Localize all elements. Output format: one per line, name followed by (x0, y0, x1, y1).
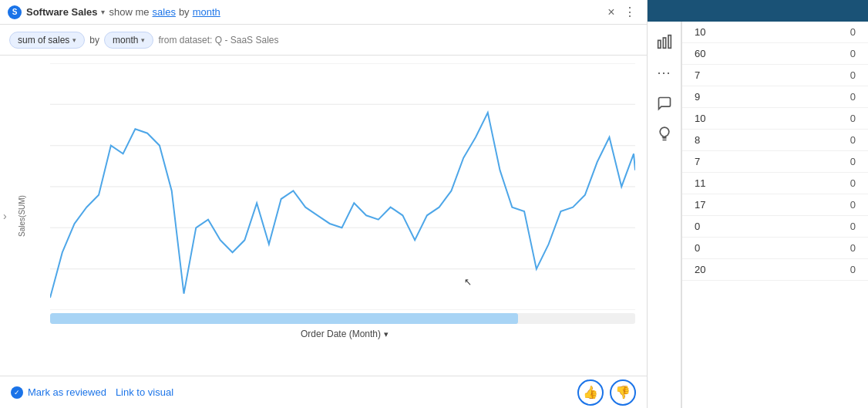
month-pill-arrow: ▾ (141, 36, 145, 44)
show-me-text: show me (109, 6, 150, 18)
x-axis-label: Order Date (Month) (301, 329, 381, 339)
table-row[interactable]: 100 (682, 22, 868, 43)
row-label: 11 (682, 173, 783, 194)
dataset-text: from dataset: Q - SaaS Sales (158, 35, 278, 46)
row-label: 10 (682, 22, 783, 43)
chart-scrollbar[interactable] (50, 313, 635, 324)
table-row[interactable]: 00 (682, 238, 868, 259)
sidebar-icon-column: ··· (648, 22, 681, 408)
chart-area: Sales(SUM) › $120K $100K $80K $60K $40K … (0, 56, 647, 376)
row-value: 0 (783, 216, 868, 238)
row-label: 20 (682, 259, 783, 281)
row-label: 17 (682, 194, 783, 216)
svg-rect-15 (658, 40, 660, 48)
x-axis-label-container[interactable]: Order Date (Month) ▾ (8, 324, 639, 342)
row-label: 7 (682, 65, 783, 86)
y-axis-label: Sales(SUM) (18, 195, 26, 237)
table-row[interactable]: 100 (682, 108, 868, 130)
app-icon: S (8, 5, 22, 19)
table-row[interactable]: 90 (682, 86, 868, 108)
lightbulb-icon[interactable] (652, 122, 677, 147)
table-row[interactable]: 110 (682, 173, 868, 194)
query-by-text: by (89, 35, 99, 46)
more-button[interactable]: ⋮ (621, 3, 639, 22)
bar-chart-icon[interactable] (652, 29, 677, 54)
line-chart-svg: $120K $100K $80K $60K $40K $20K $0 ↖ (50, 63, 635, 310)
chart-container: $120K $100K $80K $60K $40K $20K $0 ↖ Jan… (50, 63, 635, 310)
sum-of-sales-pill[interactable]: sum of sales ▾ (9, 32, 85, 49)
row-label: 0 (682, 238, 783, 259)
row-value: 0 (783, 43, 868, 65)
table-row[interactable]: 70 (682, 151, 868, 173)
row-value: 0 (783, 194, 868, 216)
row-value: 0 (783, 86, 868, 108)
expand-button[interactable]: › (0, 207, 10, 225)
sidebar-data-table: 100600709010080701101700000200 (682, 22, 868, 281)
row-value: 0 (783, 173, 868, 194)
row-label: 0 (682, 216, 783, 238)
row-value: 0 (783, 65, 868, 86)
svg-rect-16 (663, 38, 665, 48)
svg-rect-17 (668, 35, 671, 49)
sidebar-data-table-container: 100600709010080701101700000200 (681, 22, 868, 408)
row-value: 0 (783, 259, 868, 281)
row-label: 7 (682, 151, 783, 173)
thumbs-down-button[interactable]: 👎 (610, 379, 636, 406)
more-icon[interactable]: ··· (652, 60, 677, 85)
by-text: by (179, 6, 190, 18)
table-row[interactable]: 80 (682, 130, 868, 151)
month-link[interactable]: month (193, 6, 220, 18)
table-row[interactable]: 200 (682, 259, 868, 281)
month-pill[interactable]: month ▾ (104, 32, 153, 49)
thumbs-up-button[interactable]: 👍 (577, 379, 604, 406)
sidebar-panel: ··· 100600709010080701101700000200 (648, 0, 868, 408)
table-row[interactable]: 00 (682, 216, 868, 238)
table-row[interactable]: 70 (682, 65, 868, 86)
header-bar: S Software Sales ▾ show me sales by mont… (0, 0, 647, 25)
row-value: 0 (783, 108, 868, 130)
x-axis-dropdown-icon[interactable]: ▾ (384, 329, 389, 339)
query-bar: sum of sales ▾ by month ▾ from dataset: … (0, 25, 647, 56)
app-dropdown-arrow[interactable]: ▾ (101, 8, 105, 16)
table-row[interactable]: 170 (682, 194, 868, 216)
mark-reviewed-button[interactable]: ✓ Mark as reviewed (11, 386, 106, 399)
row-value: 0 (783, 238, 868, 259)
close-button[interactable]: × (602, 3, 621, 22)
scrollbar-thumb[interactable] (50, 313, 518, 324)
feedback-actions: 👍 👎 (577, 379, 636, 406)
app-title: Software Sales (26, 6, 98, 18)
sales-link[interactable]: sales (153, 6, 176, 18)
row-value: 0 (783, 22, 868, 43)
row-value: 0 (783, 151, 868, 173)
row-label: 10 (682, 108, 783, 130)
footer-bar: ✓ Mark as reviewed Link to visual 👍 👎 (0, 376, 647, 408)
row-label: 60 (682, 43, 783, 65)
row-label: 8 (682, 130, 783, 151)
sidebar-top-bar (648, 0, 868, 22)
svg-text:↖: ↖ (464, 277, 472, 288)
link-to-visual-button[interactable]: Link to visual (116, 386, 173, 398)
main-panel: S Software Sales ▾ show me sales by mont… (0, 0, 648, 408)
comment-icon[interactable] (652, 91, 677, 116)
row-label: 9 (682, 86, 783, 108)
pill-dropdown-arrow: ▾ (72, 36, 76, 44)
check-icon: ✓ (11, 386, 23, 399)
table-row[interactable]: 600 (682, 43, 868, 65)
row-value: 0 (783, 130, 868, 151)
sidebar-body: ··· 100600709010080701101700000200 (648, 22, 868, 408)
